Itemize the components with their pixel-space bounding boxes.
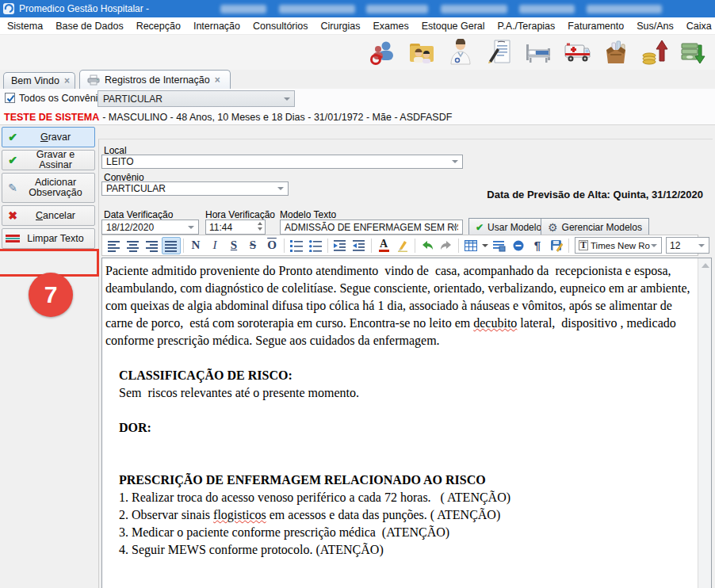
spinner-arrows-icon[interactable] xyxy=(258,222,262,231)
gear-icon: ⚙ xyxy=(548,221,558,234)
menu-cirurgias[interactable]: Cirurgias xyxy=(321,21,361,32)
menu-pa-terapias[interactable]: P.A./Terapias xyxy=(498,21,556,32)
gravar-label: Gravar xyxy=(20,132,91,143)
chevron-down-icon xyxy=(452,160,458,163)
doctor-icon[interactable] xyxy=(445,38,476,67)
align-justify-button[interactable] xyxy=(162,237,181,254)
menu-sus-ans[interactable]: Sus/Ans xyxy=(637,21,674,32)
align-left-button[interactable] xyxy=(105,237,124,254)
stock-box-icon[interactable] xyxy=(601,38,631,67)
menu-consultorios[interactable]: Consultórios xyxy=(253,21,308,32)
prescricao-item: 4. Seguir MEWS conforme protocolo. (ATEN… xyxy=(105,541,694,559)
save-text-button[interactable] xyxy=(547,237,566,254)
italic-button[interactable]: I xyxy=(205,237,224,254)
risk-body: Sem riscos relevantes até o presente mom… xyxy=(105,384,694,402)
editor-content[interactable]: Paciente admitido proveniente do Pronto … xyxy=(102,258,698,588)
font-size-dropdown[interactable]: 12 xyxy=(666,237,709,254)
align-right-button[interactable] xyxy=(143,237,162,254)
gerenciar-modelos-button[interactable]: ⚙ Gerenciar Modelos xyxy=(541,218,649,236)
cancelar-button[interactable]: ✖ Cancelar xyxy=(2,205,95,226)
gravar-e-assinar-button[interactable]: ✔ Gravar e Assinar xyxy=(2,150,95,170)
font-icon: T xyxy=(579,240,588,250)
sync-patients-icon[interactable] xyxy=(368,38,398,67)
menu-estoque-geral[interactable]: Estoque Geral xyxy=(422,21,485,32)
underline-button[interactable]: S xyxy=(224,237,243,254)
redacted-text xyxy=(587,5,662,13)
rich-text-editor[interactable]: Paciente admitido proveniente do Pronto … xyxy=(101,258,712,588)
menu-internacao[interactable]: Internação xyxy=(193,21,240,32)
window-title: Promedico Gestão Hospitalar - xyxy=(19,3,149,14)
adicionar-observacao-button[interactable]: ✎ Adicionar Observação xyxy=(2,173,95,203)
redacted-text xyxy=(220,5,266,13)
numbered-list-button[interactable] xyxy=(287,237,306,254)
hora-verificacao-spinner[interactable]: 11:44 xyxy=(205,220,266,235)
risk-heading: CLASSIFICAÇÃO DE RISCO: xyxy=(105,367,694,384)
bold-button[interactable]: N xyxy=(186,237,205,254)
redacted-text xyxy=(519,5,575,13)
limpar-texto-button[interactable]: Limpar Texto xyxy=(2,228,95,249)
insert-table-button[interactable] xyxy=(461,237,480,254)
main-content: ✔ Gravar ✔ Gravar e Assinar ✎ Adicionar … xyxy=(0,125,715,588)
check-icon: ✔ xyxy=(6,154,20,166)
editor-scrollbar[interactable] xyxy=(698,258,711,588)
tab-bem-vindo-label: Bem Vindo xyxy=(11,75,59,86)
convenio-value: PARTICULAR xyxy=(106,183,166,194)
limpar-texto-label: Limpar Texto xyxy=(20,234,91,244)
usar-modelo-button[interactable]: ✔ Usar Modelo xyxy=(468,218,549,236)
horizontal-line-button[interactable] xyxy=(509,237,528,254)
money-out-icon[interactable] xyxy=(679,38,709,67)
font-family-dropdown[interactable]: T Times New Roman xyxy=(575,237,662,254)
redo-button[interactable] xyxy=(437,237,456,254)
menu-sistema[interactable]: Sistema xyxy=(7,21,43,32)
convenio-dropdown[interactable]: PARTICULAR xyxy=(101,181,289,196)
tab-bar: Bem Vindo × Registros de Internação × xyxy=(0,70,715,89)
local-dropdown[interactable]: LEITO xyxy=(101,155,463,169)
show-paragraph-marks-button[interactable]: ¶ xyxy=(528,237,547,254)
indent-button[interactable] xyxy=(331,237,350,254)
gerenciar-modelos-label: Gerenciar Modelos xyxy=(562,222,642,233)
overline-button[interactable]: O xyxy=(262,237,281,254)
tab-registros-de-internacao[interactable]: Registros de Internação × xyxy=(79,70,231,89)
todos-convenios-checkbox[interactable] xyxy=(5,93,15,103)
dor-heading: DOR: xyxy=(105,419,694,437)
undo-button[interactable] xyxy=(418,237,437,254)
menu-exames[interactable]: Exames xyxy=(373,21,409,32)
table-menu-arrow-icon[interactable] xyxy=(480,237,490,254)
scroll-up-icon[interactable] xyxy=(702,263,709,268)
internacao-form-panel: Local LEITO Convênio PARTICULAR Data de … xyxy=(98,139,713,588)
menu-recepcao[interactable]: Recepção xyxy=(136,21,181,32)
medical-record-icon[interactable] xyxy=(484,38,514,67)
menu-faturamento[interactable]: Faturamento xyxy=(568,21,624,32)
modelo-texto-dropdown[interactable]: ADMISSÃO DE ENFERMAGEM SEM RISCOS xyxy=(280,220,463,235)
tab-bem-vindo[interactable]: Bem Vindo × xyxy=(3,72,75,89)
menu-base-de-dados[interactable]: Base de Dados xyxy=(55,21,123,32)
insert-field-button[interactable] xyxy=(490,237,509,254)
modelo-texto-value: ADMISSÃO DE ENFERMAGEM SEM RISCOS xyxy=(285,222,458,233)
hora-verificacao-value: 11:44 xyxy=(209,222,232,233)
data-verificacao-label: Data Verificação xyxy=(104,209,173,220)
close-icon[interactable]: × xyxy=(215,76,220,84)
ambulance-icon[interactable] xyxy=(562,38,592,67)
money-in-icon[interactable] xyxy=(640,38,670,67)
outdent-button[interactable] xyxy=(350,237,369,254)
app-logo-icon xyxy=(3,3,14,14)
bullet-list-button[interactable] xyxy=(306,237,325,254)
data-verificacao-dropdown[interactable]: 18/12/2020 xyxy=(101,220,199,235)
misspelled-word: decubito xyxy=(473,316,517,330)
menu-caixa[interactable]: Caixa xyxy=(686,21,712,32)
highlight-button[interactable] xyxy=(393,237,412,254)
align-center-button[interactable] xyxy=(124,237,143,254)
hora-verificacao-label: Hora Verificação xyxy=(205,209,275,220)
x-icon: ✖ xyxy=(6,209,20,222)
convenio-filter-dropdown[interactable]: PARTICULAR xyxy=(98,90,295,107)
hospital-bed-icon[interactable] xyxy=(523,38,553,67)
font-color-button[interactable]: A xyxy=(374,237,393,254)
prescricao-item: 1. Realizar troca do acesso venoso perif… xyxy=(105,489,694,506)
strikethrough-button[interactable]: S xyxy=(243,237,262,254)
gravar-button[interactable]: ✔ Gravar xyxy=(2,127,95,147)
close-icon[interactable]: × xyxy=(64,77,70,85)
clear-text-icon xyxy=(6,234,20,243)
modelo-texto-label: Modelo Texto xyxy=(280,209,336,220)
patients-folder-icon[interactable] xyxy=(407,38,437,67)
redacted-text xyxy=(366,5,428,13)
